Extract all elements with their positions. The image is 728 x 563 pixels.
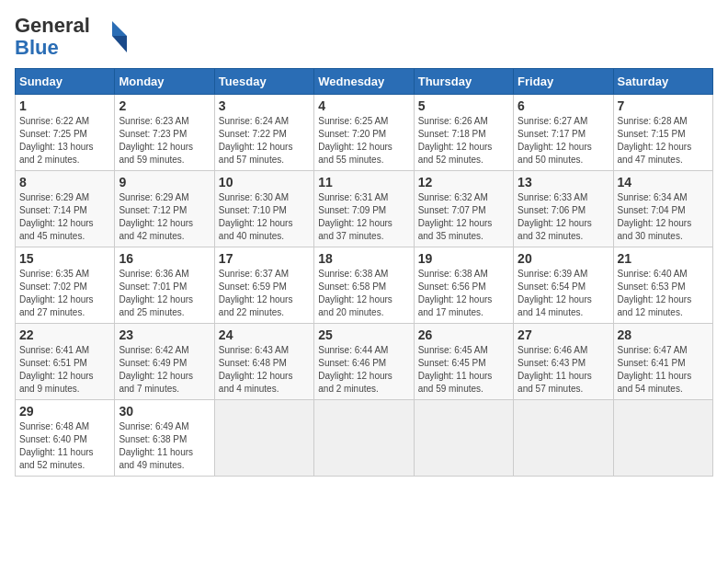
day-info: Sunrise: 6:25 AM Sunset: 7:20 PM Dayligh… <box>318 115 409 167</box>
day-info: Sunrise: 6:33 AM Sunset: 7:06 PM Dayligh… <box>518 191 609 243</box>
day-info: Sunrise: 6:39 AM Sunset: 6:54 PM Dayligh… <box>518 268 609 319</box>
day-number: 26 <box>418 327 509 342</box>
day-info: Sunrise: 6:49 AM Sunset: 6:38 PM Dayligh… <box>119 420 210 472</box>
day-info: Sunrise: 6:29 AM Sunset: 7:12 PM Dayligh… <box>119 191 210 243</box>
day-info: Sunrise: 6:42 AM Sunset: 6:49 PM Dayligh… <box>119 344 210 396</box>
calendar-week-5: 29 Sunrise: 6:48 AM Sunset: 6:40 PM Dayl… <box>16 400 713 477</box>
day-number: 1 <box>19 98 110 113</box>
day-number: 4 <box>318 98 409 113</box>
calendar-day-15: 15 Sunrise: 6:35 AM Sunset: 7:02 PM Dayl… <box>16 247 115 324</box>
day-info: Sunrise: 6:38 AM Sunset: 6:56 PM Dayligh… <box>418 268 509 319</box>
weekday-header-monday: Monday <box>115 69 214 95</box>
day-info: Sunrise: 6:26 AM Sunset: 7:18 PM Dayligh… <box>418 115 509 167</box>
weekday-header-tuesday: Tuesday <box>214 69 313 95</box>
day-info: Sunrise: 6:34 AM Sunset: 7:04 PM Dayligh… <box>618 191 709 243</box>
day-info: Sunrise: 6:40 AM Sunset: 6:53 PM Dayligh… <box>618 268 709 319</box>
calendar-day-25: 25 Sunrise: 6:44 AM Sunset: 6:46 PM Dayl… <box>314 324 414 400</box>
day-number: 28 <box>618 327 709 342</box>
day-number: 22 <box>19 327 110 342</box>
calendar-day-14: 14 Sunrise: 6:34 AM Sunset: 7:04 PM Dayl… <box>613 171 712 247</box>
day-number: 21 <box>618 251 709 266</box>
day-number: 5 <box>418 98 509 113</box>
day-info: Sunrise: 6:43 AM Sunset: 6:48 PM Dayligh… <box>219 344 310 396</box>
day-info: Sunrise: 6:35 AM Sunset: 7:02 PM Dayligh… <box>19 268 110 319</box>
day-number: 18 <box>318 251 409 266</box>
calendar-day-9: 9 Sunrise: 6:29 AM Sunset: 7:12 PM Dayli… <box>115 171 214 247</box>
day-number: 14 <box>618 175 709 190</box>
day-number: 15 <box>19 251 110 266</box>
logo: GeneralBlue <box>15 15 129 59</box>
day-info: Sunrise: 6:41 AM Sunset: 6:51 PM Dayligh… <box>19 344 110 396</box>
calendar-day-11: 11 Sunrise: 6:31 AM Sunset: 7:09 PM Dayl… <box>314 171 414 247</box>
calendar-week-1: 1 Sunrise: 6:22 AM Sunset: 7:25 PM Dayli… <box>16 95 713 171</box>
day-number: 29 <box>19 404 110 419</box>
empty-cell <box>314 400 414 477</box>
calendar-day-21: 21 Sunrise: 6:40 AM Sunset: 6:53 PM Dayl… <box>613 247 712 324</box>
weekday-header-row: SundayMondayTuesdayWednesdayThursdayFrid… <box>16 69 713 95</box>
empty-cell <box>414 400 513 477</box>
day-number: 8 <box>19 175 110 190</box>
day-info: Sunrise: 6:45 AM Sunset: 6:45 PM Dayligh… <box>418 344 509 396</box>
day-number: 17 <box>219 251 310 266</box>
calendar-day-6: 6 Sunrise: 6:27 AM Sunset: 7:17 PM Dayli… <box>514 95 613 171</box>
day-info: Sunrise: 6:29 AM Sunset: 7:14 PM Dayligh… <box>19 191 110 243</box>
calendar-day-4: 4 Sunrise: 6:25 AM Sunset: 7:20 PM Dayli… <box>314 95 414 171</box>
day-number: 10 <box>219 175 310 190</box>
day-number: 13 <box>518 175 609 190</box>
calendar-day-19: 19 Sunrise: 6:38 AM Sunset: 6:56 PM Dayl… <box>414 247 513 324</box>
weekday-header-thursday: Thursday <box>414 69 513 95</box>
weekday-header-friday: Friday <box>514 69 613 95</box>
calendar-day-20: 20 Sunrise: 6:39 AM Sunset: 6:54 PM Dayl… <box>514 247 613 324</box>
day-info: Sunrise: 6:44 AM Sunset: 6:46 PM Dayligh… <box>318 344 409 396</box>
calendar-day-2: 2 Sunrise: 6:23 AM Sunset: 7:23 PM Dayli… <box>115 95 214 171</box>
day-number: 12 <box>418 175 509 190</box>
logo-icon <box>94 19 129 54</box>
day-info: Sunrise: 6:22 AM Sunset: 7:25 PM Dayligh… <box>19 115 110 167</box>
day-info: Sunrise: 6:30 AM Sunset: 7:10 PM Dayligh… <box>219 191 310 243</box>
calendar-day-5: 5 Sunrise: 6:26 AM Sunset: 7:18 PM Dayli… <box>414 95 513 171</box>
weekday-header-sunday: Sunday <box>16 69 115 95</box>
day-number: 27 <box>518 327 609 342</box>
day-number: 16 <box>119 251 210 266</box>
calendar-day-24: 24 Sunrise: 6:43 AM Sunset: 6:48 PM Dayl… <box>214 324 313 400</box>
page-header: GeneralBlue <box>15 15 713 59</box>
logo-text: GeneralBlue <box>15 15 90 59</box>
day-info: Sunrise: 6:28 AM Sunset: 7:15 PM Dayligh… <box>618 115 709 167</box>
day-number: 20 <box>518 251 609 266</box>
day-number: 6 <box>518 98 609 113</box>
day-number: 11 <box>318 175 409 190</box>
weekday-header-saturday: Saturday <box>613 69 712 95</box>
day-info: Sunrise: 6:31 AM Sunset: 7:09 PM Dayligh… <box>318 191 409 243</box>
calendar-day-23: 23 Sunrise: 6:42 AM Sunset: 6:49 PM Dayl… <box>115 324 214 400</box>
calendar-day-17: 17 Sunrise: 6:37 AM Sunset: 6:59 PM Dayl… <box>214 247 313 324</box>
calendar-day-29: 29 Sunrise: 6:48 AM Sunset: 6:40 PM Dayl… <box>16 400 115 477</box>
weekday-header-wednesday: Wednesday <box>314 69 414 95</box>
calendar-week-4: 22 Sunrise: 6:41 AM Sunset: 6:51 PM Dayl… <box>16 324 713 400</box>
day-number: 24 <box>219 327 310 342</box>
calendar-day-13: 13 Sunrise: 6:33 AM Sunset: 7:06 PM Dayl… <box>514 171 613 247</box>
day-number: 2 <box>119 98 210 113</box>
day-info: Sunrise: 6:37 AM Sunset: 6:59 PM Dayligh… <box>219 268 310 319</box>
day-number: 23 <box>119 327 210 342</box>
calendar-week-2: 8 Sunrise: 6:29 AM Sunset: 7:14 PM Dayli… <box>16 171 713 247</box>
empty-cell <box>214 400 313 477</box>
calendar-day-12: 12 Sunrise: 6:32 AM Sunset: 7:07 PM Dayl… <box>414 171 513 247</box>
day-number: 3 <box>219 98 310 113</box>
svg-marker-0 <box>112 21 127 36</box>
calendar-day-8: 8 Sunrise: 6:29 AM Sunset: 7:14 PM Dayli… <box>16 171 115 247</box>
calendar-day-26: 26 Sunrise: 6:45 AM Sunset: 6:45 PM Dayl… <box>414 324 513 400</box>
day-info: Sunrise: 6:46 AM Sunset: 6:43 PM Dayligh… <box>518 344 609 396</box>
day-number: 19 <box>418 251 509 266</box>
calendar-day-10: 10 Sunrise: 6:30 AM Sunset: 7:10 PM Dayl… <box>214 171 313 247</box>
calendar-day-30: 30 Sunrise: 6:49 AM Sunset: 6:38 PM Dayl… <box>115 400 214 477</box>
calendar-table: SundayMondayTuesdayWednesdayThursdayFrid… <box>15 68 713 477</box>
day-info: Sunrise: 6:27 AM Sunset: 7:17 PM Dayligh… <box>518 115 609 167</box>
day-number: 9 <box>119 175 210 190</box>
day-info: Sunrise: 6:36 AM Sunset: 7:01 PM Dayligh… <box>119 268 210 319</box>
calendar-day-27: 27 Sunrise: 6:46 AM Sunset: 6:43 PM Dayl… <box>514 324 613 400</box>
day-number: 30 <box>119 404 210 419</box>
calendar-day-22: 22 Sunrise: 6:41 AM Sunset: 6:51 PM Dayl… <box>16 324 115 400</box>
day-info: Sunrise: 6:48 AM Sunset: 6:40 PM Dayligh… <box>19 420 110 472</box>
calendar-week-3: 15 Sunrise: 6:35 AM Sunset: 7:02 PM Dayl… <box>16 247 713 324</box>
empty-cell <box>613 400 712 477</box>
